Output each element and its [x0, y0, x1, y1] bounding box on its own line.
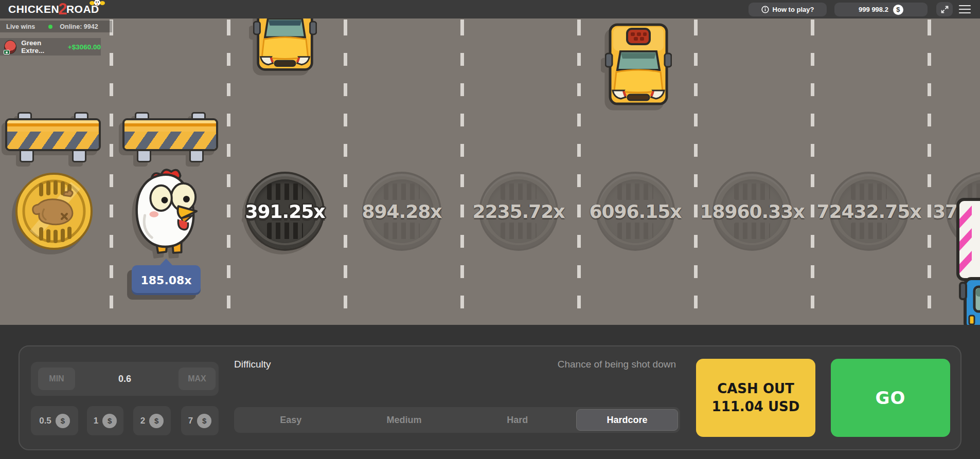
lane-divider: [344, 19, 347, 325]
manhole-multiplier: 18960.33x: [712, 172, 792, 251]
multiplier-label: 6096.15x: [589, 201, 681, 222]
how-to-play-button[interactable]: How to play?: [749, 3, 827, 16]
multiplier-label: 894.28x: [362, 201, 441, 222]
live-win-entry: Green Extre... +$3060.00: [0, 38, 101, 56]
barrier: [122, 112, 218, 162]
player-avatar: [4, 40, 16, 54]
logo: CHICKEN2ROAD: [8, 0, 99, 19]
manhole-multiplier: 391.25x: [245, 172, 325, 251]
badge-arrow-icon: [159, 259, 173, 266]
chicken-player: [130, 166, 201, 258]
manhole-multiplier: 2235.72x: [479, 172, 558, 251]
lane-divider: [227, 19, 230, 325]
lane-divider: [928, 19, 931, 325]
cash-out-amount: 111.04 USD: [712, 398, 800, 416]
lane-divider: [577, 19, 581, 325]
dollar-icon: $: [56, 414, 70, 428]
hamburger-icon: [959, 5, 971, 14]
tab-medium[interactable]: Medium: [347, 407, 460, 433]
quick-bet-7-button[interactable]: 7$: [181, 406, 219, 435]
difficulty-tabs: Easy Medium Hard Hardcore: [234, 407, 680, 433]
menu-button[interactable]: [959, 5, 971, 16]
chance-label: Chance of being shot down: [558, 359, 676, 370]
barrier: [5, 112, 101, 162]
manhole-multiplier: 894.28x: [362, 172, 441, 251]
how-to-play-label: How to play?: [773, 6, 814, 13]
win-amount: +$3060.00: [68, 43, 101, 51]
bet-amount-box: MIN 0.6 MAX: [31, 362, 219, 396]
live-wins-title: Live wins: [6, 23, 35, 30]
game-area: Live wins Online: 9942 Green Extre... +$…: [0, 19, 980, 325]
current-multiplier-value: 185.08x: [140, 274, 191, 287]
lane-divider: [460, 19, 464, 325]
tab-hardcore[interactable]: Hardcore: [576, 409, 678, 431]
logo-chicken-icon: [90, 0, 105, 6]
flag-badge-icon: [4, 50, 10, 54]
lane-divider: [694, 19, 698, 325]
gold-coin: [14, 172, 94, 253]
quick-bet-2-button[interactable]: 2$: [133, 406, 171, 435]
control-panel: MIN 0.6 MAX 0.5$ 1$ 2$ 7$ Difficulty Cha…: [19, 345, 961, 450]
online-count: Online: 9942: [60, 23, 98, 30]
online-dot-icon: [48, 25, 52, 29]
manhole-multiplier: 6096.15x: [596, 172, 675, 251]
go-label: GO: [876, 388, 906, 408]
multiplier-label: 72432.75x: [816, 201, 921, 222]
bottom-section: MIN 0.6 MAX 0.5$ 1$ 2$ 7$ Difficulty Cha…: [0, 325, 980, 459]
winner-name: Green Extre...: [21, 39, 61, 54]
multiplier-label: 391.25x: [245, 201, 325, 222]
logo-text-chicken: CHICKEN: [8, 3, 59, 15]
go-button[interactable]: GO: [831, 359, 950, 437]
dollar-coin-icon: $: [893, 5, 903, 15]
current-multiplier-badge: 185.08x: [132, 265, 201, 295]
dollar-icon: $: [102, 414, 117, 428]
ice-cream-truck: [952, 196, 980, 325]
dollar-icon: $: [149, 414, 164, 428]
app: CHICKEN2ROAD How to play? 999 998.2 $: [0, 0, 980, 459]
multiplier-label: 2235.72x: [472, 201, 564, 222]
dollar-icon: $: [197, 414, 211, 428]
tab-hard[interactable]: Hard: [461, 407, 574, 433]
max-bet-button[interactable]: MAX: [179, 368, 216, 390]
manhole-multiplier: 72432.75x: [829, 172, 908, 251]
tab-easy[interactable]: Easy: [234, 407, 347, 433]
top-bar: CHICKEN2ROAD How to play? 999 998.2 $: [0, 0, 980, 19]
lane-divider: [811, 19, 814, 325]
fullscreen-button[interactable]: [936, 2, 953, 16]
fullscreen-icon: [941, 6, 949, 13]
cash-out-button[interactable]: CASH OUT 111.04 USD: [696, 359, 815, 437]
multiplier-label: 18960.33x: [700, 201, 804, 222]
lane-divider: [110, 19, 113, 325]
info-icon: [761, 6, 769, 13]
cash-out-label: CASH OUT: [717, 380, 794, 398]
taxi-car: [605, 23, 672, 107]
quick-bet-0.5-button[interactable]: 0.5$: [31, 406, 78, 435]
balance-value: 999 998.2: [859, 6, 888, 13]
difficulty-label: Difficulty: [234, 359, 271, 370]
live-wins-header: Live wins Online: 9942: [0, 21, 112, 32]
taxi-car: [253, 19, 317, 72]
balance-pill[interactable]: 999 998.2 $: [834, 3, 928, 16]
quick-bet-1-button[interactable]: 1$: [87, 406, 123, 435]
